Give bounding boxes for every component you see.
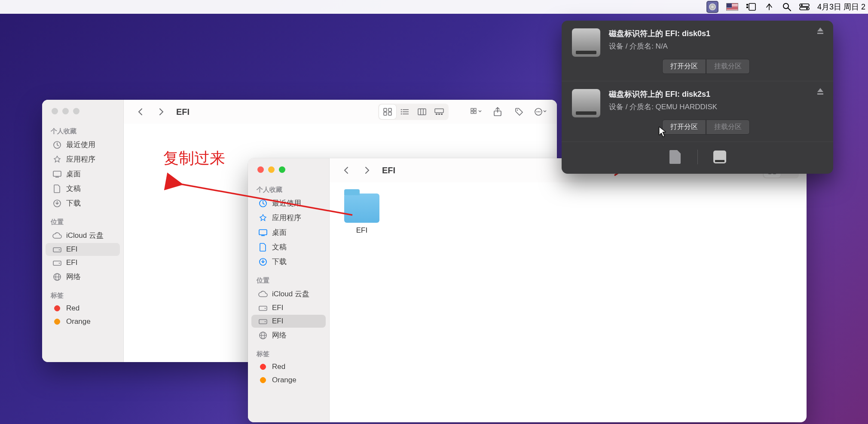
eject-icon[interactable] (816, 27, 825, 37)
globe-icon (258, 331, 268, 340)
svg-rect-15 (53, 261, 61, 265)
nav-back-button[interactable] (131, 104, 149, 119)
sidebar-item-label: 应用程序 (272, 213, 301, 223)
svg-point-16 (59, 263, 60, 264)
svg-rect-36 (441, 114, 443, 115)
footer-disk-icon[interactable] (711, 148, 729, 166)
view-list-button[interactable] (396, 104, 413, 119)
stage-manager-icon[interactable] (746, 3, 756, 11)
mount-partition-button[interactable]: 挂载分区 (706, 120, 750, 135)
action-menu-button[interactable] (532, 104, 549, 119)
sidebar-item-network[interactable]: 网络 (46, 270, 120, 284)
sidebar-item-label: 应用程序 (66, 154, 95, 164)
svg-point-14 (59, 249, 60, 250)
finder2-main: EFI EFI (330, 158, 807, 422)
finder2-content[interactable]: EFI (330, 182, 807, 422)
sidebar-item-desktop[interactable]: 桌面 (46, 167, 120, 181)
menubar-app-icon[interactable] (706, 1, 718, 13)
control-center-icon[interactable] (799, 3, 810, 11)
svg-rect-0 (749, 3, 755, 10)
clock-icon (258, 199, 268, 208)
finder1-toolbar: EFI (124, 100, 557, 124)
svg-rect-71 (817, 33, 823, 34)
disk-icon (52, 246, 62, 253)
sidebar-item-label: EFI (66, 258, 77, 267)
sidebar-item-icloud[interactable]: iCloud 云盘 (46, 228, 120, 243)
sidebar-tag-orange[interactable]: Orange (46, 315, 120, 328)
sidebar-item-efi-1[interactable]: EFI (46, 243, 120, 256)
disk-icon (258, 318, 268, 325)
mount-partition-button[interactable]: 挂载分区 (706, 59, 750, 74)
wifi-off-icon[interactable] (764, 3, 774, 11)
cursor-icon (659, 126, 666, 138)
sidebar-heading-tags: 标签 (248, 347, 329, 360)
app-icon (258, 214, 268, 222)
svg-point-42 (517, 110, 518, 111)
sidebar-tag-red[interactable]: Red (46, 302, 120, 315)
minimize-button[interactable] (268, 166, 275, 173)
view-columns-button[interactable] (413, 104, 431, 119)
close-button[interactable] (257, 166, 264, 173)
input-flag-icon[interactable] (726, 3, 738, 11)
open-partition-button[interactable]: 打开分区 (662, 120, 706, 135)
sidebar-heading-tags: 标签 (42, 289, 123, 301)
sidebar-item-applications[interactable]: 应用程序 (46, 152, 120, 166)
sidebar-item-downloads[interactable]: 下载 (251, 255, 326, 269)
nav-forward-button[interactable] (359, 163, 376, 178)
menubar-datetime[interactable]: 4月3日 周日 2 (817, 2, 865, 12)
tag-button[interactable] (510, 104, 528, 119)
svg-rect-38 (474, 108, 476, 111)
sidebar-item-icloud[interactable]: iCloud 云盘 (251, 287, 326, 301)
group-by-button[interactable] (468, 104, 485, 119)
popover-footer (562, 142, 833, 174)
sidebar-item-recents[interactable]: 最近使用 (251, 196, 326, 210)
sidebar-item-label: Orange (272, 376, 296, 384)
nav-forward-button[interactable] (153, 104, 170, 119)
sidebar-item-recents[interactable]: 最近使用 (46, 138, 120, 152)
svg-point-46 (539, 111, 540, 112)
svg-rect-21 (388, 108, 391, 111)
disk-icon (52, 259, 62, 266)
harddisk-icon (572, 28, 600, 57)
sidebar-item-documents[interactable]: 文稿 (251, 240, 326, 254)
finder1-title: EFI (176, 107, 189, 117)
zoom-button[interactable] (279, 166, 285, 173)
sidebar-item-downloads[interactable]: 下载 (46, 196, 120, 210)
desktop-icon (258, 229, 268, 236)
sidebar-heading-locations: 位置 (248, 274, 329, 286)
sidebar-item-label: 下载 (272, 257, 287, 267)
view-switcher (378, 104, 449, 120)
view-icons-button[interactable] (379, 104, 396, 119)
folder-item-efi[interactable]: EFI (342, 194, 381, 235)
svg-rect-35 (438, 114, 440, 115)
traffic-lights-2 (257, 166, 285, 173)
svg-rect-23 (388, 112, 391, 115)
sidebar-item-label: 文稿 (272, 242, 287, 252)
sidebar-item-label: Orange (66, 317, 91, 326)
sidebar-item-applications[interactable]: 应用程序 (251, 211, 326, 225)
sidebar-item-network[interactable]: 网络 (251, 328, 326, 342)
svg-rect-40 (474, 111, 476, 114)
sidebar-item-documents[interactable]: 文稿 (46, 181, 120, 196)
open-partition-button[interactable]: 打开分区 (662, 59, 706, 74)
share-button[interactable] (489, 104, 506, 119)
finder-window-2: 个人收藏 最近使用 应用程序 桌面 文稿 下载 位置 iCloud 云盘 EF (248, 158, 807, 422)
svg-rect-37 (471, 108, 473, 111)
file-label: EFI (356, 226, 367, 235)
eject-icon[interactable] (816, 87, 825, 98)
sidebar-tag-orange[interactable]: Orange (251, 374, 326, 387)
footer-document-icon[interactable] (666, 148, 685, 166)
sidebar-tag-red[interactable]: Red (251, 360, 326, 373)
view-gallery-button[interactable] (431, 104, 448, 119)
zoom-button[interactable] (73, 108, 79, 114)
nav-back-button[interactable] (337, 163, 355, 178)
sidebar-item-desktop[interactable]: 桌面 (251, 225, 326, 240)
sidebar-item-efi-2[interactable]: EFI (251, 315, 326, 328)
spotlight-icon[interactable] (782, 2, 792, 12)
sidebar-item-efi-2[interactable]: EFI (46, 256, 120, 269)
cloud-icon (52, 232, 62, 239)
svg-point-29 (401, 114, 402, 115)
sidebar-item-efi-1[interactable]: EFI (251, 301, 326, 314)
minimize-button[interactable] (62, 108, 69, 114)
close-button[interactable] (52, 108, 58, 114)
